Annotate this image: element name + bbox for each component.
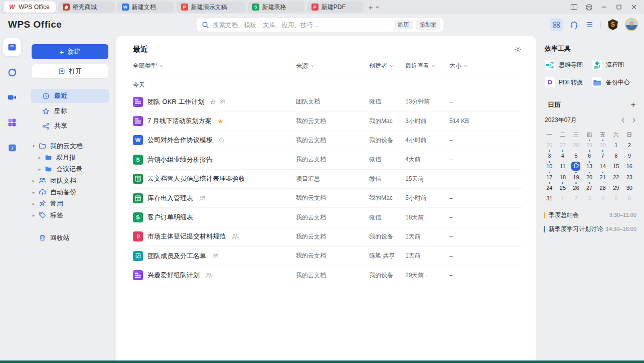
calendar-day[interactable]: 29 [583, 140, 596, 150]
table-row[interactable]: 云文档管人员信息统计表理器验收项目汇总微信15天前– [133, 170, 522, 189]
tree-item-2[interactable]: ▸会议记录 [31, 163, 109, 175]
tree-item-5[interactable]: ▸常用 [31, 198, 109, 209]
calendar-day[interactable]: 26 [543, 140, 556, 150]
calendar-day[interactable]: 9 [623, 150, 636, 161]
search-tag-resume[interactable]: 简历 [394, 20, 413, 30]
calendar-day[interactable]: 13 [583, 161, 596, 172]
table-row[interactable]: W公司对外合作协议模板我的云文档我的设备4小时前– [133, 131, 522, 150]
calendar-day[interactable]: 3 [543, 150, 556, 161]
tab-pdf-tab[interactable]: P新建PDF [307, 2, 364, 13]
calendar-day[interactable]: 25 [556, 182, 570, 193]
rail-item-recent-clock[interactable] [3, 63, 21, 81]
chevron-collapsed-icon[interactable]: ▸ [37, 167, 42, 172]
tab-wps-logo[interactable]: WWPS Office [4, 2, 56, 13]
search-input[interactable] [213, 22, 391, 29]
chevron-collapsed-icon[interactable]: ▸ [31, 190, 36, 195]
chevron-collapsed-icon[interactable]: ▸ [37, 155, 42, 160]
table-row[interactable]: 库存出入管理表我的云文档我的Mac5小时前– [133, 189, 522, 208]
workspace-icon[interactable] [585, 3, 593, 11]
sidebar-item-recent[interactable]: 最近 [31, 89, 109, 103]
chevron-down-icon[interactable] [375, 5, 380, 10]
calendar-day[interactable]: 2 [569, 193, 583, 203]
calendar-day[interactable]: 18 [556, 172, 570, 182]
calendar-day[interactable]: 8 [609, 150, 623, 161]
calendar-day[interactable]: 21 [596, 172, 609, 182]
tree-item-0[interactable]: ▾我的云文档 [31, 140, 109, 152]
chevron-collapsed-icon[interactable]: ▸ [31, 178, 36, 183]
table-row[interactable]: 市场主体登记提交材料规范我的云文档我的设备1天前– [133, 227, 522, 247]
calendar-day[interactable]: 7 [596, 150, 609, 161]
tree-item-3[interactable]: ▸团队文档 [31, 175, 109, 186]
rail-item-calendar-app[interactable]: 7 [3, 139, 21, 157]
tool-mindmap[interactable]: 思维导图 [545, 60, 592, 70]
table-row[interactable]: S客户订单明细表我的云文档微信18天前– [133, 208, 522, 227]
search-bar[interactable]: 简历 策划案 [197, 18, 443, 32]
tree-item-1[interactable]: ▸双月报 [31, 152, 109, 163]
rail-item-apps[interactable] [3, 113, 21, 132]
minimize-button[interactable] [600, 3, 608, 11]
table-row[interactable]: 团队成员及分工名单我的云文档陈旭 共享1天前– [133, 247, 522, 266]
tree-item-4[interactable]: ▸自动备份 [31, 186, 109, 198]
calendar-day[interactable]: 27 [556, 140, 570, 150]
new-tab-button[interactable]: + [369, 4, 380, 11]
apps-grid-icon[interactable] [550, 18, 563, 31]
gear-icon[interactable] [514, 46, 522, 53]
calendar-day[interactable]: 19 [569, 172, 583, 182]
calendar-day[interactable]: 15 [609, 161, 623, 172]
filter-source[interactable]: 来源 [296, 62, 369, 70]
sidebar-item-starred[interactable]: 星标 [31, 104, 109, 118]
calendar-day[interactable]: 5 [569, 150, 583, 161]
calendar-day[interactable]: 27 [583, 182, 596, 193]
calendar-day[interactable]: 11 [556, 161, 570, 172]
filter-size[interactable]: 大小 [449, 62, 522, 70]
tree-item-6[interactable]: ▸标签 [31, 209, 109, 221]
filter-creator[interactable]: 创建者 [369, 62, 405, 70]
calendar-day[interactable]: 4 [596, 193, 609, 203]
calendar-day[interactable]: 31 [543, 193, 556, 203]
rail-item-meeting-video[interactable] [3, 88, 21, 106]
support-headset-icon[interactable] [569, 18, 578, 31]
calendar-day[interactable]: 30 [596, 140, 609, 150]
chevron-collapsed-icon[interactable]: ▸ [31, 201, 36, 206]
new-button[interactable]: + 新建 [32, 44, 108, 59]
calendar-day[interactable]: 24 [543, 182, 556, 193]
tab-writer[interactable]: W新建文档 [117, 2, 174, 13]
calendar-day[interactable]: 6 [583, 150, 596, 161]
calendar-next-icon[interactable] [632, 117, 636, 123]
sidebar-item-trash[interactable]: 回收站 [31, 232, 109, 244]
calendar-day[interactable]: 28 [569, 140, 583, 150]
calendar-day[interactable]: 26 [569, 182, 583, 193]
filter-all-types[interactable]: 全部类型 [133, 62, 296, 70]
calendar-day[interactable]: 5 [609, 193, 623, 203]
tool-flowchart[interactable]: 流程图 [592, 60, 636, 70]
calendar-day[interactable]: 28 [596, 182, 609, 193]
filter-last-viewed[interactable]: 最近查看 [405, 62, 449, 70]
calendar-day[interactable]: 2 [623, 140, 636, 150]
calendar-day[interactable]: 30 [623, 182, 636, 193]
task-list-icon[interactable] [585, 18, 594, 31]
rail-item-documents[interactable] [3, 38, 21, 56]
tool-pdf-convert[interactable]: PDF转换 [545, 77, 592, 87]
search-tag-plan[interactable]: 策划案 [416, 20, 440, 30]
chevron-collapsed-icon[interactable]: ▸ [31, 213, 36, 218]
calendar-day[interactable]: 20 [583, 172, 596, 182]
sidebar-item-shared[interactable]: 共享 [31, 119, 109, 133]
calendar-add-icon[interactable]: + [631, 100, 635, 109]
open-button[interactable]: 打开 [32, 64, 108, 79]
calendar-day[interactable]: 14 [596, 161, 609, 172]
sidebar-toggle-icon[interactable] [570, 3, 578, 11]
avatar[interactable] [625, 18, 638, 31]
tab-presentation[interactable]: P新建演示文稿 [177, 2, 245, 13]
table-row[interactable]: S营销小组业绩分析报告我的云文档微信4天前– [133, 150, 522, 169]
calendar-day[interactable]: 16 [623, 161, 636, 172]
table-row[interactable]: 团队 OKR 工作计划团队文档微信13分钟前– [133, 92, 522, 111]
tool-backup-folder[interactable]: 备份中心 [592, 77, 636, 87]
tab-docer[interactable]: 稻壳商城 [58, 2, 115, 13]
calendar-day[interactable]: 29 [609, 182, 623, 193]
chevron-expanded-icon[interactable]: ▾ [31, 144, 36, 149]
calendar-day[interactable]: 17 [543, 172, 556, 182]
calendar-day[interactable]: 10 [543, 161, 556, 172]
calendar-day[interactable]: 22 [609, 172, 623, 182]
calendar-day[interactable]: 6 [623, 193, 636, 203]
calendar-day[interactable]: 1 [556, 193, 570, 203]
